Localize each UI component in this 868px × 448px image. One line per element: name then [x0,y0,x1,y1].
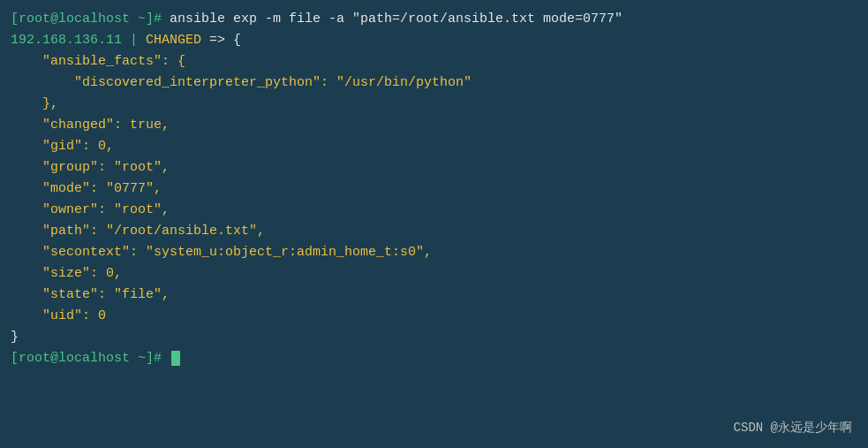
watermark: CSDN @永远是少年啊 [734,420,852,436]
terminal-window: [root@localhost ~]# ansible exp -m file … [0,0,868,448]
mode-line: "mode": "0777", [11,178,857,200]
owner-line: "owner": "root", [11,200,857,221]
path-line: "path": "/root/ansible.txt", [11,221,857,242]
group-line: "group": "root", [11,157,857,178]
changed-line: "changed": true, [11,115,857,136]
uid-line: "uid": 0 [11,306,857,327]
prompt-line: [root@localhost ~]# [11,348,857,369]
terminal-cursor [171,351,180,366]
size-line: "size": 0, [11,263,857,285]
closing-brace-facts: }, [11,94,857,115]
cmd-line: [root@localhost ~]# ansible exp -m file … [11,9,857,30]
closing-brace-main: } [11,327,857,348]
result-header: 192.168.136.11 | CHANGED => { [11,30,857,51]
ansible-facts-key: "ansible_facts": { [11,51,857,72]
discovered-interpreter: "discovered_interpreter_python": "/usr/b… [11,72,857,94]
secontext-line: "secontext": "system_u:object_r:admin_ho… [11,242,857,263]
state-line: "state": "file", [11,285,857,306]
gid-line: "gid": 0, [11,136,857,157]
terminal-content: [root@localhost ~]# ansible exp -m file … [11,9,857,369]
